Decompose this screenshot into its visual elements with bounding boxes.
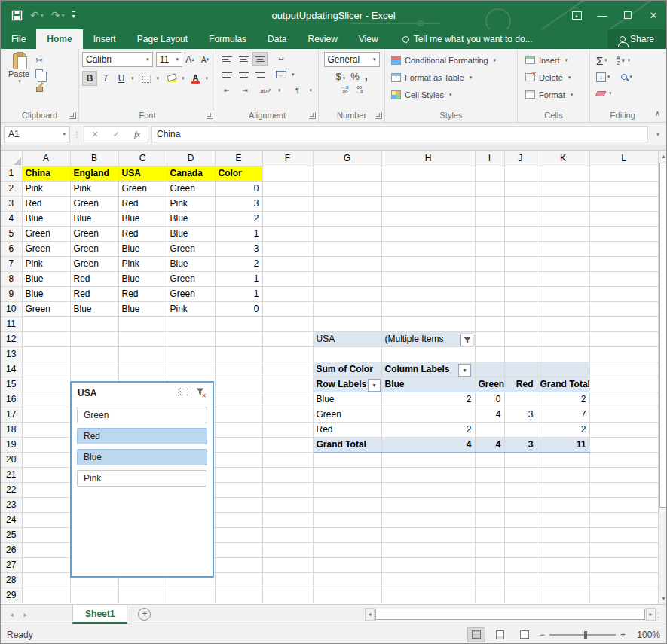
grid-cell-J9[interactable] xyxy=(504,286,537,301)
grid-cell-A2[interactable]: Pink xyxy=(22,181,70,196)
borders-dropdown-icon[interactable]: ▾ xyxy=(157,75,160,81)
grid-cell-L5[interactable] xyxy=(589,226,658,241)
slicer-multiselect-button[interactable] xyxy=(177,386,188,400)
align-right-button[interactable] xyxy=(252,68,268,81)
grid-cell-G10[interactable] xyxy=(313,301,381,316)
grid-cell-K4[interactable] xyxy=(537,211,589,226)
row-header-25[interactable]: 25 xyxy=(1,527,22,542)
insert-function-button[interactable]: fx xyxy=(127,130,148,139)
grid-cell-A12[interactable] xyxy=(22,331,70,346)
grid-cell-E15[interactable] xyxy=(215,377,262,392)
grid-cell-C13[interactable] xyxy=(118,346,167,362)
grid-cell-H27[interactable] xyxy=(381,557,475,572)
grid-cell-C7[interactable]: Pink xyxy=(118,256,167,271)
grid-cell-D7[interactable]: Blue xyxy=(167,256,215,271)
grid-cell-I11[interactable] xyxy=(475,316,504,331)
grid-cell-C3[interactable]: Red xyxy=(118,196,167,211)
paste-button[interactable]: Paste ▾ xyxy=(4,52,34,108)
grid-cell-G8[interactable] xyxy=(313,271,381,286)
format-painter-button[interactable] xyxy=(35,82,44,91)
grid-cell-K11[interactable] xyxy=(537,316,589,331)
font-dialog-launcher[interactable] xyxy=(207,112,213,119)
comma-style-button[interactable]: , xyxy=(365,70,368,82)
grid-cell-H8[interactable] xyxy=(381,271,475,286)
grid-cell-E12[interactable] xyxy=(215,331,262,346)
grid-cell-E6[interactable]: 3 xyxy=(215,241,262,256)
grid-cell-F29[interactable] xyxy=(262,588,313,603)
tab-formulas[interactable]: Formulas xyxy=(198,29,257,49)
grid-cell-J21[interactable] xyxy=(504,467,537,482)
grid-cell-L23[interactable] xyxy=(589,497,658,512)
grid-cell-H9[interactable] xyxy=(381,286,475,301)
grid-cell-C5[interactable]: Red xyxy=(118,226,167,241)
grid-cell-F2[interactable] xyxy=(262,181,313,196)
grid-cell-E3[interactable]: 3 xyxy=(215,196,262,211)
select-all-corner[interactable] xyxy=(1,151,22,166)
row-header-21[interactable]: 21 xyxy=(1,467,22,482)
grid-cell-E28[interactable] xyxy=(215,572,262,588)
grid-cell-D3[interactable]: Pink xyxy=(167,196,215,211)
grid-cell-J2[interactable] xyxy=(504,181,537,196)
grid-cell-L28[interactable] xyxy=(589,572,658,588)
fill-color-dropdown-icon[interactable]: ▾ xyxy=(182,75,185,81)
grid-cell-L21[interactable] xyxy=(589,467,658,482)
grid-cell-H2[interactable] xyxy=(381,181,475,196)
page-layout-view-button[interactable] xyxy=(491,627,509,642)
row-header-16[interactable]: 16 xyxy=(1,392,22,407)
grid-cell-L11[interactable] xyxy=(589,316,658,331)
grid-cell-H21[interactable] xyxy=(381,467,475,482)
grid-cell-K7[interactable] xyxy=(537,256,589,271)
grid-cell-G22[interactable] xyxy=(313,482,381,497)
row-header-9[interactable]: 9 xyxy=(1,286,22,301)
column-header-E[interactable]: E xyxy=(215,151,262,166)
grid-cell-H3[interactable] xyxy=(381,196,475,211)
grid-cell-F13[interactable] xyxy=(262,346,313,362)
grid-cell-B7[interactable]: Green xyxy=(70,256,118,271)
grid-cell-L16[interactable] xyxy=(589,392,658,407)
grid-cell-D12[interactable] xyxy=(167,331,215,346)
column-header-I[interactable]: I xyxy=(475,151,504,166)
grid-cell-E24[interactable] xyxy=(215,512,262,527)
grid-cell-A26[interactable] xyxy=(22,542,70,557)
find-select-button[interactable]: ▾ xyxy=(621,74,633,80)
merge-dropdown-icon[interactable]: ▾ xyxy=(292,72,295,78)
grid-cell-J19[interactable]: 3 xyxy=(504,437,537,452)
grid-cell-I28[interactable] xyxy=(475,572,504,588)
grid-cell-E2[interactable]: 0 xyxy=(215,181,262,196)
grid-cell-H1[interactable] xyxy=(381,166,475,181)
autosum-button[interactable]: Σ▾ xyxy=(596,54,607,67)
grid-cell-K8[interactable] xyxy=(537,271,589,286)
grid-cell-B3[interactable]: Green xyxy=(70,196,118,211)
grid-cell-K19[interactable]: 11 xyxy=(537,437,589,452)
grid-cell-A17[interactable] xyxy=(22,407,70,422)
grid-cell-D14[interactable] xyxy=(167,362,215,377)
grid-cell-H6[interactable] xyxy=(381,241,475,256)
grid-cell-I26[interactable] xyxy=(475,542,504,557)
decrease-font-button[interactable]: A▾ xyxy=(197,52,213,67)
grid-cell-K26[interactable] xyxy=(537,542,589,557)
merge-center-button[interactable]: ↔ xyxy=(274,68,289,81)
grid-cell-K14[interactable] xyxy=(537,362,589,377)
grid-cell-A18[interactable] xyxy=(22,422,70,437)
middle-align-button[interactable] xyxy=(236,52,251,66)
grid-cell-G24[interactable] xyxy=(313,512,381,527)
grid-cell-G1[interactable] xyxy=(313,166,381,181)
grid-cell-G12[interactable]: USA xyxy=(313,331,381,346)
grid-cell-K3[interactable] xyxy=(537,196,589,211)
grid-cell-F6[interactable] xyxy=(262,241,313,256)
grid-cell-A5[interactable]: Green xyxy=(22,226,70,241)
grid-cell-I10[interactable] xyxy=(475,301,504,316)
grid-cell-F24[interactable] xyxy=(262,512,313,527)
grid-cell-F10[interactable] xyxy=(262,301,313,316)
grid-cell-D1[interactable]: Canada xyxy=(167,166,215,181)
tab-review[interactable]: Review xyxy=(297,29,347,49)
grid-cell-E8[interactable]: 1 xyxy=(215,271,262,286)
grid-cell-K2[interactable] xyxy=(537,181,589,196)
grid-cell-B9[interactable]: Red xyxy=(70,286,118,301)
fill-button[interactable]: ↓▾ xyxy=(596,72,610,82)
scroll-down-button[interactable]: ▾ xyxy=(659,593,667,604)
grid-cell-L1[interactable] xyxy=(589,166,658,181)
grid-cell-K21[interactable] xyxy=(537,467,589,482)
slicer-usa[interactable]: USA ✕ GreenRedBluePink xyxy=(70,381,214,578)
grid-cell-L4[interactable] xyxy=(589,211,658,226)
